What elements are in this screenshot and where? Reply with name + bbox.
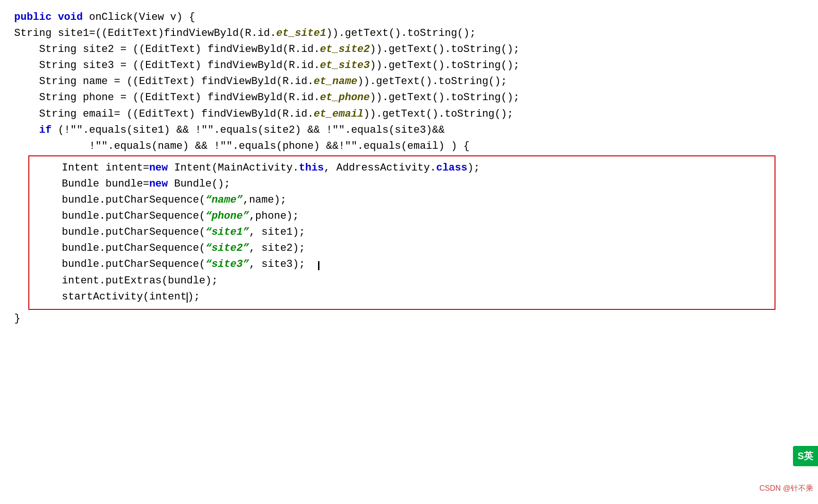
code-text: !"".equals(name) && !"".equals(phone) &&… xyxy=(14,140,470,152)
code-text: Intent(MainActivity. xyxy=(168,162,299,174)
code-text: String phone = ((EditText) findViewByld(… xyxy=(14,92,320,103)
hl-line-4: bundle.putCharSequence(“phone”,phone); xyxy=(37,208,767,224)
var-et-email: et_email xyxy=(314,108,364,120)
code-text: startActivity(intent xyxy=(37,291,187,303)
csdn-text: CSDN @针不乘 xyxy=(759,484,813,492)
code-line-8: if (!"".equals(site1) && !"".equals(site… xyxy=(14,122,804,138)
code-block: public void onClick(View v) { String sit… xyxy=(0,0,818,336)
code-line-3: String site2 = ((EditText) findViewByld(… xyxy=(14,42,804,58)
code-line-6: String phone = ((EditText) findViewByld(… xyxy=(14,90,804,106)
code-text: )).getText().toString(); xyxy=(363,108,513,120)
hl-line-2: Bundle bundle=new Bundle(); xyxy=(37,176,767,192)
var-et-site2: et_site2 xyxy=(320,43,370,55)
highlighted-code-block: Intent intent=new Intent(MainActivity.th… xyxy=(28,155,775,310)
code-text: , site3); xyxy=(249,258,320,270)
code-text: )).getText().toString(); xyxy=(326,27,476,39)
hl-line-9: startActivity(intent); xyxy=(37,289,767,305)
code-text: , site1); xyxy=(249,226,305,238)
code-text: String email= ((EditText) findViewByld(R… xyxy=(14,108,314,120)
code-text xyxy=(14,124,39,136)
code-line-1: public void onClick(View v) { xyxy=(14,9,804,26)
hl-line-5: bundle.putCharSequence(“site1”, site1); xyxy=(37,224,767,240)
code-text: Bundle(); xyxy=(168,178,230,190)
code-line-4: String site3 = ((EditText) findViewByld(… xyxy=(14,58,804,74)
code-text: ,phone); xyxy=(249,210,299,222)
code-text: (!"".equals(site1) && !"".equals(site2) … xyxy=(52,124,445,136)
string-phone: “phone” xyxy=(205,210,249,222)
keyword-new2: new xyxy=(149,178,168,190)
code-text: bundle.putCharSequence( xyxy=(37,258,205,270)
code-line-after: } xyxy=(14,311,804,327)
keyword-void: void xyxy=(58,11,83,23)
code-line-7: String email= ((EditText) findViewByld(R… xyxy=(14,106,804,122)
code-text: )).getText().toString(); xyxy=(370,92,520,103)
string-site1: “site1” xyxy=(205,226,249,238)
code-text: , AddressActivity. xyxy=(324,162,436,174)
hl-line-3: bundle.putCharSequence(“name”,name); xyxy=(37,192,767,208)
code-text: ); xyxy=(467,162,480,174)
var-et-site3: et_site3 xyxy=(320,60,370,71)
string-name: “name” xyxy=(205,194,242,206)
keyword-public: public xyxy=(14,11,52,23)
code-text: bundle.putCharSequence( xyxy=(37,242,205,254)
code-text: bundle.putCharSequence( xyxy=(37,226,205,238)
code-text: bundle.putCharSequence( xyxy=(37,210,205,222)
s-badge: S英 xyxy=(793,446,818,466)
code-text: String name = ((EditText) findViewByld(R… xyxy=(14,76,314,87)
code-text: intent.putExtras(bundle); xyxy=(37,275,218,287)
var-et-phone: et_phone xyxy=(320,92,370,103)
string-site3: “site3” xyxy=(205,258,249,270)
code-line-2: String site1=((EditText)findViewByld(R.i… xyxy=(14,26,804,42)
hl-line-1: Intent intent=new Intent(MainActivity.th… xyxy=(37,160,767,176)
badge-label: S英 xyxy=(798,451,813,461)
hl-line-8: intent.putExtras(bundle); xyxy=(37,273,767,289)
hl-line-7: bundle.putCharSequence(“site3”, site3); xyxy=(37,256,767,273)
hl-line-6: bundle.putCharSequence(“site2”, site2); xyxy=(37,240,767,256)
code-text: String site2 = ((EditText) findViewByld(… xyxy=(14,43,320,55)
var-et-name: et_name xyxy=(314,76,357,87)
code-line-9: !"".equals(name) && !"".equals(phone) &&… xyxy=(14,138,804,154)
code-text: String site3 = ((EditText) findViewByld(… xyxy=(14,60,320,71)
code-text: )).getText().toString(); xyxy=(370,43,520,55)
code-text: )).getText().toString(); xyxy=(357,76,507,87)
keyword-new: new xyxy=(149,162,168,174)
code-text: )).getText().toString(); xyxy=(370,60,520,71)
var-et-site1: et_site1 xyxy=(276,27,327,39)
method-name: onClick(View v) { xyxy=(89,11,195,23)
keyword-class: class xyxy=(436,162,467,174)
keyword-if: if xyxy=(39,124,52,136)
code-text: ,name); xyxy=(243,194,286,206)
code-text: Bundle bundle= xyxy=(37,178,149,190)
csdn-watermark: CSDN @针不乘 xyxy=(759,483,813,495)
code-line-5: String name = ((EditText) findViewByld(R… xyxy=(14,74,804,90)
code-text: String site1=((EditText)findViewByld(R.i… xyxy=(14,27,276,39)
code-text: Intent intent= xyxy=(37,162,149,174)
keyword-this: this xyxy=(299,162,324,174)
code-text: bundle.putCharSequence( xyxy=(37,194,205,206)
code-text: ); xyxy=(188,291,200,303)
code-text: , site2); xyxy=(249,242,305,254)
code-text: } xyxy=(14,313,20,325)
string-site2: “site2” xyxy=(205,242,249,254)
